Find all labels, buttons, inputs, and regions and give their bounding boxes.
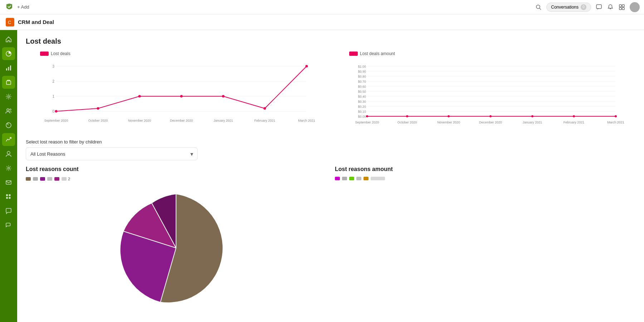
amount-legend-dot-6 <box>371 177 385 180</box>
pie-chart-svg <box>113 185 239 311</box>
svg-text:3: 3 <box>52 64 54 68</box>
svg-text:$0.50: $0.50 <box>358 90 366 93</box>
svg-point-38 <box>306 65 308 68</box>
grid-icon[interactable] <box>618 4 625 11</box>
sidebar-item-config[interactable] <box>2 162 15 175</box>
svg-text:March 2021: March 2021 <box>298 119 315 122</box>
svg-text:October 2020: October 2020 <box>397 121 417 124</box>
lost-deals-amount-legend-color <box>349 52 358 56</box>
crm-icon: C <box>6 18 14 26</box>
sidebar-item-chat[interactable] <box>2 205 15 218</box>
svg-text:$0.20: $0.20 <box>358 105 366 108</box>
content: Lost deals Lost deals 3 2 1 <box>17 30 644 322</box>
user-avatar[interactable] <box>630 2 640 12</box>
conversations-button[interactable]: Conversations 0 <box>546 3 591 12</box>
pie-legend-item-3 <box>40 177 45 181</box>
svg-rect-2 <box>596 5 601 9</box>
svg-point-14 <box>7 109 9 111</box>
pie-legend-dot-5 <box>54 177 59 181</box>
lost-reasons-count-title: Lost reasons count <box>26 166 326 172</box>
svg-rect-4 <box>622 5 624 7</box>
sidebar-item-settings[interactable] <box>2 90 15 103</box>
sidebar-item-reports[interactable] <box>2 119 15 132</box>
filter-select[interactable]: All Lost Reasons <box>26 147 197 160</box>
amount-legend-dot-1 <box>335 177 340 180</box>
chat-icon[interactable] <box>595 4 602 11</box>
amount-legend-item-1 <box>335 177 340 180</box>
svg-text:January 2021: January 2021 <box>214 119 233 122</box>
svg-text:September 2020: September 2020 <box>355 121 379 124</box>
pie-legend-dot-6 <box>62 177 67 181</box>
svg-text:December 2020: December 2020 <box>170 119 193 122</box>
svg-text:$0.00: $0.00 <box>358 115 366 118</box>
filter-section: Select lost reason to filter by children… <box>26 139 635 160</box>
sidebar-item-crm[interactable] <box>2 47 15 60</box>
svg-rect-6 <box>622 8 624 10</box>
pie-legend-item-5 <box>54 177 59 181</box>
sidebar-item-mail[interactable] <box>2 176 15 189</box>
sidebar-item-messages[interactable] <box>2 219 15 232</box>
conversations-badge: 0 <box>581 4 586 10</box>
page-breadcrumb: CRM and Deal <box>18 19 54 25</box>
sidebar-item-contacts[interactable] <box>2 104 15 117</box>
svg-point-36 <box>222 95 225 98</box>
amount-legend-item-4 <box>356 177 361 180</box>
lost-deals-legend-label: Lost deals <box>51 51 70 56</box>
amount-legend-item-3 <box>349 177 354 180</box>
pie-legend-item-1 <box>26 177 31 181</box>
svg-text:September 2020: September 2020 <box>44 119 68 122</box>
svg-text:$0.60: $0.60 <box>358 85 366 88</box>
svg-point-15 <box>10 109 11 110</box>
svg-text:November 2020: November 2020 <box>437 121 460 124</box>
svg-line-1 <box>540 8 541 10</box>
sidebar-item-deals[interactable] <box>2 76 15 89</box>
sidebar-item-trends[interactable] <box>2 133 15 146</box>
sidebar-item-analytics[interactable] <box>2 62 15 74</box>
svg-text:2: 2 <box>52 79 54 83</box>
sidebar-item-home[interactable] <box>2 33 15 46</box>
svg-point-33 <box>97 107 99 110</box>
bottom-charts-row: Lost reasons count <box>26 166 635 311</box>
pie-wrap <box>26 185 326 311</box>
subbar: C CRM and Deal <box>0 14 644 30</box>
svg-text:January 2021: January 2021 <box>523 121 542 124</box>
svg-point-17 <box>7 151 10 154</box>
pie-legend-dot-1 <box>26 177 31 181</box>
svg-text:February 2021: February 2021 <box>254 119 275 122</box>
svg-point-35 <box>180 95 183 98</box>
pie-legend-item-2 <box>33 177 38 181</box>
svg-point-72 <box>531 115 533 117</box>
search-icon[interactable] <box>535 4 542 11</box>
lost-reasons-count: Lost reasons count <box>26 166 326 311</box>
topbar: + Add Conversations 0 <box>0 0 644 14</box>
svg-text:December 2020: December 2020 <box>479 121 502 124</box>
filter-label: Select lost reason to filter by children <box>26 139 635 145</box>
svg-point-0 <box>536 5 540 9</box>
pie-legend-item-4 <box>47 177 52 181</box>
sidebar-item-profile[interactable] <box>2 147 15 160</box>
notification-icon[interactable] <box>607 4 614 11</box>
svg-rect-19 <box>6 181 11 184</box>
svg-text:$0.90: $0.90 <box>358 70 366 73</box>
lost-reasons-amount: Lost reasons amount <box>335 166 635 311</box>
svg-rect-23 <box>9 197 11 199</box>
amount-legend-dot-3 <box>349 177 354 180</box>
pie-legend-label-6: 2 <box>68 177 70 181</box>
topbar-right: Conversations 0 <box>535 2 640 12</box>
svg-rect-5 <box>619 8 621 10</box>
svg-point-32 <box>55 110 58 113</box>
add-button[interactable]: + Add <box>17 4 29 10</box>
svg-rect-20 <box>6 194 8 196</box>
charts-row: Lost deals 3 2 1 0 <box>26 51 635 132</box>
amount-legend <box>335 177 635 180</box>
lost-reasons-amount-title: Lost reasons amount <box>335 166 635 172</box>
svg-point-73 <box>573 115 575 117</box>
pie-legend-item-6: 2 <box>62 177 70 181</box>
sidebar-item-apps[interactable] <box>2 190 15 203</box>
svg-text:$0.70: $0.70 <box>358 80 366 83</box>
svg-text:1: 1 <box>52 94 54 98</box>
svg-point-69 <box>406 115 408 117</box>
svg-point-34 <box>138 95 141 98</box>
svg-point-68 <box>366 115 368 117</box>
lost-deals-amount-legend: Lost deals amount <box>349 51 635 56</box>
